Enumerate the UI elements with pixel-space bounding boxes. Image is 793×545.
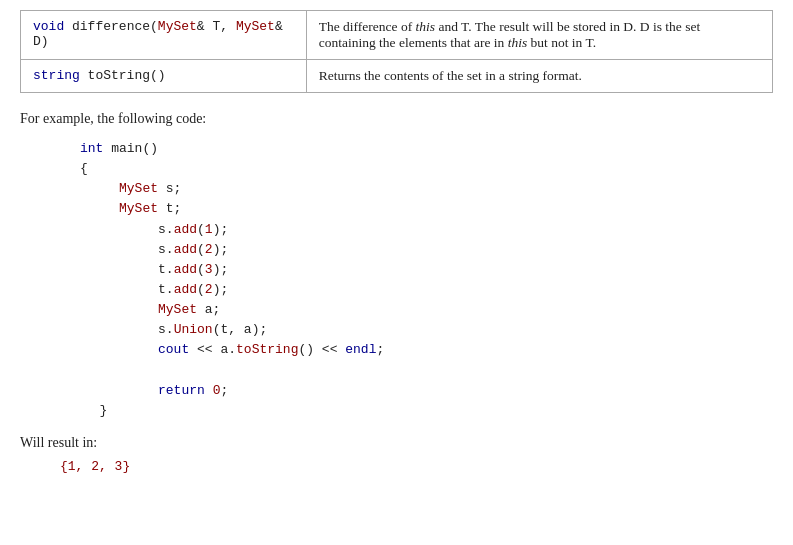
var-s1: s (158, 222, 166, 237)
code-line-myset-t: MySet t; (119, 199, 773, 219)
param-type-myset-t: MySet (158, 19, 197, 34)
kw-return: return (158, 383, 205, 398)
method-desc-difference: The difference of this and T. The result… (306, 11, 772, 60)
example-intro: For example, the following code: (20, 111, 773, 127)
var-s3: s (158, 322, 166, 337)
code-line-cout: cout << a.toString() << endl; (158, 340, 773, 360)
type-myset-s: MySet (119, 181, 158, 196)
kw-endl: endl (345, 342, 376, 357)
code-line-brace-open: { (80, 159, 773, 179)
code-line-myset-s: MySet s; (119, 179, 773, 199)
result-value: {1, 2, 3} (60, 459, 773, 474)
keyword-void: void (33, 19, 64, 34)
var-s2: s (158, 242, 166, 257)
fn-add-3: add (174, 262, 197, 277)
code-line-brace-close: } (100, 401, 774, 421)
keyword-string: string (33, 68, 80, 83)
num-2a: 2 (205, 242, 213, 257)
code-line-union: s.Union(t, a); (158, 320, 773, 340)
kw-cout: cout (158, 342, 189, 357)
code-line-tadd3: t.add(3); (158, 260, 773, 280)
method-name-difference: difference( (64, 19, 158, 34)
code-line-blank (80, 361, 773, 381)
api-table: void difference(MySet& T, MySet& D) The … (20, 10, 773, 93)
code-line-myset-a: MySet a; (158, 300, 773, 320)
result-label: Will result in: (20, 435, 773, 451)
table-row-difference: void difference(MySet& T, MySet& D) The … (21, 11, 773, 60)
code-line-1: int main() (80, 139, 773, 159)
method-desc-tostring: Returns the contents of the set in a str… (306, 60, 772, 93)
code-line-sadd1: s.add(1); (158, 220, 773, 240)
var-t2: t (158, 282, 166, 297)
fn-add-2: add (174, 242, 197, 257)
fn-add-1: add (174, 222, 197, 237)
code-line-tadd2: t.add(2); (158, 280, 773, 300)
type-myset-t: MySet (119, 201, 158, 216)
this-italic-1: this (416, 19, 436, 34)
method-signature-tostring: string toString() (21, 60, 307, 93)
num-3: 3 (205, 262, 213, 277)
method-name-tostring: toString() (80, 68, 166, 83)
method-signature-difference: void difference(MySet& T, MySet& D) (21, 11, 307, 60)
var-t1: t (158, 262, 166, 277)
fn-union: Union (174, 322, 213, 337)
table-row-tostring: string toString() Returns the contents o… (21, 60, 773, 93)
fn-tostring: toString (236, 342, 298, 357)
param-type-myset-d: MySet (236, 19, 275, 34)
fn-main: main (103, 141, 142, 156)
code-block: int main() { MySet s; MySet t; s.add(1);… (80, 139, 773, 421)
code-line-return: return 0; (158, 381, 773, 401)
this-italic-2: this (508, 35, 528, 50)
kw-int: int (80, 141, 103, 156)
type-myset-a: MySet (158, 302, 197, 317)
code-line-sadd2: s.add(2); (158, 240, 773, 260)
fn-add-4: add (174, 282, 197, 297)
num-1a: 1 (205, 222, 213, 237)
param-ampersand-t: & T, (197, 19, 236, 34)
num-2b: 2 (205, 282, 213, 297)
